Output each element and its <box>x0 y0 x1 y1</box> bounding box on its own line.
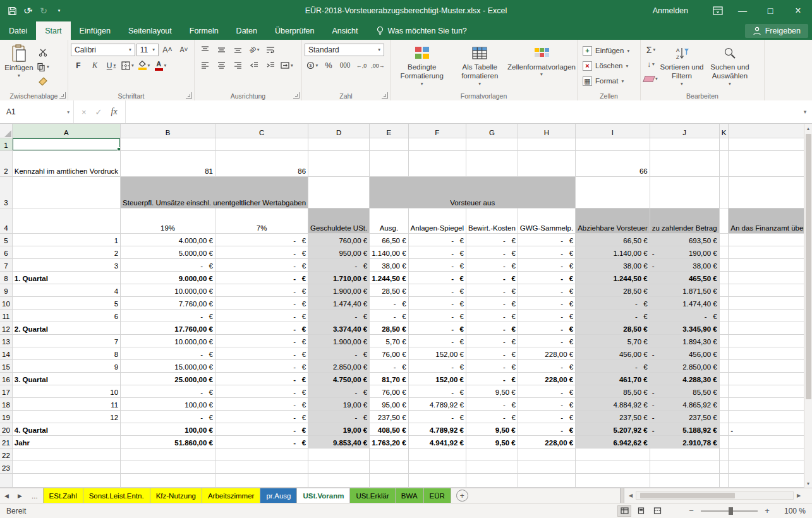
zoom-in-button[interactable]: + <box>763 506 772 515</box>
find-select-button[interactable]: Suchen und Auswählen ▾ <box>705 42 754 91</box>
cell-L15[interactable] <box>729 359 812 372</box>
cell-H23[interactable] <box>518 461 575 473</box>
cell-K3[interactable] <box>719 176 729 208</box>
cell-E23[interactable] <box>370 461 408 473</box>
fill-button[interactable]: ↓ ▾ <box>643 57 658 71</box>
cell-L4[interactable]: An das Finanzamt übermittelte Betrag (Vo… <box>729 208 812 233</box>
cell-A20[interactable]: 4. Quartal <box>12 423 120 435</box>
cell-J22[interactable] <box>650 448 719 461</box>
cell-G14[interactable]: - € <box>466 347 518 359</box>
cell-K11[interactable] <box>719 309 729 322</box>
merged-header-umsaetze[interactable]: Steuerpfl. Umsätze einschl. unentgeltlic… <box>121 176 308 208</box>
cell-A16[interactable]: 3. Quartal <box>12 372 120 385</box>
cell-F24[interactable] <box>408 473 466 487</box>
cell-L23[interactable] <box>729 461 812 473</box>
cell-H6[interactable]: - € <box>518 246 575 258</box>
cell-B21[interactable]: 51.860,00 € <box>121 435 215 448</box>
col-header-D[interactable]: D <box>308 124 370 138</box>
col-header-E[interactable]: E <box>370 124 408 138</box>
decrease-indent-button[interactable] <box>246 59 262 72</box>
cell-A1[interactable] <box>12 138 120 150</box>
cell-A5[interactable]: 1 <box>12 233 120 246</box>
cell-H14[interactable]: 228,00 € <box>518 347 575 359</box>
cell-D12[interactable]: 3.374,40 € <box>308 322 370 334</box>
col-header-F[interactable]: F <box>408 124 466 138</box>
row-header-1[interactable]: 1 <box>0 138 12 150</box>
formula-bar-expand-icon[interactable]: ▾ <box>798 100 812 123</box>
cell-L11[interactable] <box>729 309 812 322</box>
cell-A11[interactable]: 6 <box>12 309 120 322</box>
cell-K6[interactable] <box>719 246 729 258</box>
row-header-17[interactable]: 17 <box>0 385 12 397</box>
col-header-H[interactable]: H <box>518 124 575 138</box>
cell-B16[interactable]: 25.000,00 € <box>121 372 215 385</box>
cell-I11[interactable]: - € <box>576 309 650 322</box>
align-right-button[interactable] <box>230 59 245 72</box>
cell-C14[interactable]: - € <box>215 347 308 359</box>
cell-A21[interactable]: Jahr <box>12 435 120 448</box>
cell-E22[interactable] <box>370 448 408 461</box>
cell-C15[interactable]: - € <box>215 359 308 372</box>
cell-J18[interactable]: -4.865,92 € <box>650 397 719 410</box>
cell-C16[interactable]: - € <box>215 372 308 385</box>
cut-button[interactable] <box>35 45 51 59</box>
cell-F17[interactable]: - € <box>408 385 466 397</box>
ribbon-tab-überprüfen[interactable]: Überprüfen <box>266 21 324 40</box>
cell-J7[interactable]: -38,00 € <box>650 258 719 271</box>
cell-D14[interactable]: - € <box>308 347 370 359</box>
col-header-B[interactable]: B <box>121 124 215 138</box>
sheet-tab-ust-voranm[interactable]: USt.Voranm <box>297 488 350 503</box>
cell-E16[interactable]: 81,70 € <box>370 372 408 385</box>
cell-H22[interactable] <box>518 448 575 461</box>
cell-L6[interactable] <box>729 246 812 258</box>
cell-L14[interactable] <box>729 347 812 359</box>
font-color-button[interactable]: A ▾ <box>153 59 168 72</box>
row-header-12[interactable]: 12 <box>0 322 12 334</box>
cell-H9[interactable]: - € <box>518 284 575 296</box>
cell-A13[interactable]: 7 <box>12 334 120 347</box>
ribbon-tab-ansicht[interactable]: Ansicht <box>324 21 367 40</box>
orientation-button[interactable]: ab ▾ <box>246 43 262 56</box>
cell-K24[interactable] <box>719 473 729 487</box>
cell-G23[interactable] <box>466 461 518 473</box>
cell-I7[interactable]: 38,00 € <box>576 258 650 271</box>
cell-E17[interactable]: 76,00 € <box>370 385 408 397</box>
cell-J16[interactable]: 4.288,30 € <box>650 372 719 385</box>
cell-D21[interactable]: 9.853,40 € <box>308 435 370 448</box>
copy-button[interactable]: ▾ <box>35 60 51 73</box>
minimize-button[interactable]: — <box>729 0 756 21</box>
cell-D9[interactable]: 1.900,00 € <box>308 284 370 296</box>
cell-D5[interactable]: 760,00 € <box>308 233 370 246</box>
cell-I10[interactable]: - € <box>576 296 650 309</box>
cell-A15[interactable]: 9 <box>12 359 120 372</box>
cell-L5[interactable] <box>729 233 812 246</box>
horizontal-scroll-thumb[interactable] <box>640 493 735 498</box>
zoom-out-button[interactable]: − <box>687 506 696 515</box>
cell-H12[interactable]: - € <box>518 322 575 334</box>
cell-K23[interactable] <box>719 461 729 473</box>
cell-D8[interactable]: 1.710,00 € <box>308 271 370 284</box>
cell-B14[interactable]: - € <box>121 347 215 359</box>
align-center-button[interactable] <box>214 59 229 72</box>
cell-E14[interactable]: 76,00 € <box>370 347 408 359</box>
cell-A6[interactable]: 2 <box>12 246 120 258</box>
cell-G10[interactable]: - € <box>466 296 518 309</box>
cell-L13[interactable] <box>729 334 812 347</box>
cell-K22[interactable] <box>719 448 729 461</box>
cell-G8[interactable]: - € <box>466 271 518 284</box>
cell-E24[interactable] <box>370 473 408 487</box>
cell-E11[interactable]: - € <box>370 309 408 322</box>
cell-F18[interactable]: 4.789,92 € <box>408 397 466 410</box>
row-header-21[interactable]: 21 <box>0 435 12 448</box>
cell-J20[interactable]: -5.188,92 € <box>650 423 719 435</box>
cell-C18[interactable]: - € <box>215 397 308 410</box>
sign-in-link[interactable]: Anmelden <box>653 6 688 15</box>
cell-G16[interactable]: - € <box>466 372 518 385</box>
cell-F10[interactable]: - € <box>408 296 466 309</box>
cell-I24[interactable] <box>576 473 650 487</box>
cell-I12[interactable]: 28,50 € <box>576 322 650 334</box>
cell-I13[interactable]: 5,70 € <box>576 334 650 347</box>
cell-J14[interactable]: -456,00 € <box>650 347 719 359</box>
cell-E20[interactable]: 408,50 € <box>370 423 408 435</box>
cell-C22[interactable] <box>215 448 308 461</box>
